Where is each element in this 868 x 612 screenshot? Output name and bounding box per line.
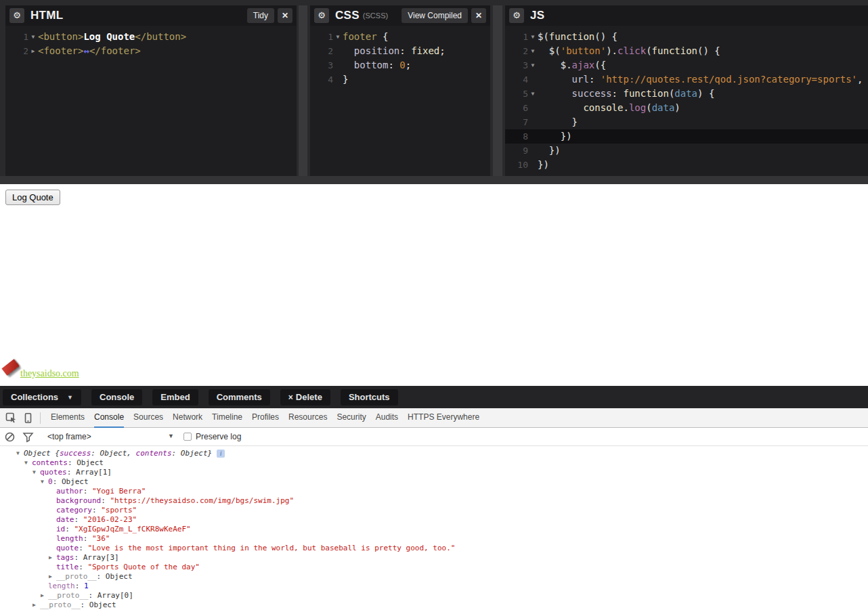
tab-elements[interactable]: Elements [51, 408, 85, 428]
shortcuts-button[interactable]: Shortcuts [341, 389, 398, 406]
tab-timeline[interactable]: Timeline [212, 408, 242, 428]
property-value: Array[1] [76, 468, 112, 477]
preview-footer: theysaidso.com [0, 359, 176, 383]
property-value: "https://theysaidso.com/img/bgs/swim.jpg… [110, 496, 294, 506]
line-number: 3 [505, 58, 528, 72]
line-number: 2 [505, 44, 528, 58]
fold-toggle-icon[interactable]: ▼ [528, 87, 538, 101]
theysaidso-link[interactable]: theysaidso.com [20, 368, 79, 379]
expand-arrow-down-icon[interactable]: ▼ [24, 458, 32, 468]
line-number: 10 [505, 158, 528, 172]
fold-toggle-icon[interactable]: ▼ [528, 30, 538, 44]
editors-section: ⚙ HTML Tidy✕ 1▼<button>Log Quote</button… [0, 0, 868, 176]
code-line[interactable]: 1▼$(function() { [505, 30, 868, 44]
code-text: $.ajax({ [538, 58, 606, 72]
chevron-down-icon[interactable]: ▼ [168, 433, 174, 439]
collapsed-code-icon[interactable]: ↔ [83, 45, 89, 56]
console-button-label: Console [100, 393, 134, 402]
tab-sources[interactable]: Sources [133, 408, 163, 428]
code-line[interactable]: 3 bottom: 0; [310, 58, 490, 72]
code-line[interactable]: 7 } [505, 115, 868, 129]
tidy-button[interactable]: Tidy [247, 8, 274, 23]
tab-console[interactable]: Console [94, 408, 124, 428]
line-number: 8 [505, 129, 528, 144]
view-compiled-button[interactable]: View Compiled [402, 8, 468, 23]
code-line[interactable]: 2 position: fixed; [310, 44, 490, 58]
fold-toggle-icon[interactable]: ▼ [528, 58, 538, 72]
embed-button[interactable]: Embed [152, 389, 198, 406]
preserve-log-checkbox[interactable] [183, 433, 192, 441]
collections-button[interactable]: Collections▼ [3, 389, 81, 406]
delete-button[interactable]: ×Delete [280, 389, 330, 406]
expand-arrow-right-icon[interactable]: ▶ [41, 591, 48, 600]
code-text: }) [538, 144, 561, 158]
frame-selector[interactable]: <top frame> [47, 432, 91, 441]
vertical-resizer-1[interactable] [299, 5, 307, 176]
close-icon[interactable]: ✕ [471, 8, 486, 23]
horizontal-resizer[interactable] [0, 176, 868, 184]
expand-arrow-down-icon[interactable]: ▼ [16, 449, 24, 458]
property-key: date [56, 515, 74, 525]
js-code-editor[interactable]: 1▼$(function() {2▼ $('button').click(fun… [505, 26, 868, 172]
object-property-row[interactable]: ▶tags: Array[3] [0, 553, 868, 563]
code-line[interactable]: 3▼ $.ajax({ [505, 58, 868, 72]
code-line[interactable]: 8 }) [505, 129, 868, 144]
object-property-row: author: "Yogi Berra" [0, 487, 868, 496]
code-text: url: 'http://quotes.rest/qod.json?catego… [538, 72, 863, 87]
fold-toggle-icon[interactable]: ▼ [28, 30, 38, 44]
line-number: 4 [505, 72, 528, 87]
line-number: 2 [310, 44, 333, 58]
expand-arrow-down-icon[interactable]: ▼ [41, 477, 48, 487]
code-line[interactable]: 4} [310, 72, 490, 87]
property-value: Object [62, 477, 89, 487]
expand-arrow-right-icon[interactable]: ▶ [49, 572, 56, 582]
tab-security[interactable]: Security [337, 408, 366, 428]
console-log-entry[interactable]: ▼Object {success: Object, contents: Obje… [0, 449, 868, 458]
code-line[interactable]: 4 url: 'http://quotes.rest/qod.json?cate… [505, 72, 868, 87]
info-icon[interactable]: i [217, 450, 225, 458]
object-property-row[interactable]: ▶__proto__: Array[0] [0, 591, 868, 600]
object-property-row: category: "sports" [0, 506, 868, 515]
filter-icon[interactable] [22, 431, 34, 443]
gear-icon[interactable]: ⚙ [9, 8, 24, 23]
code-line[interactable]: 5▼ success: function(data) { [505, 87, 868, 101]
comments-button[interactable]: Comments [209, 389, 270, 406]
fold-toggle-icon[interactable]: ▼ [333, 30, 343, 44]
code-line[interactable]: 9 }) [505, 144, 868, 158]
tab-network[interactable]: Network [173, 408, 202, 428]
gear-icon[interactable]: ⚙ [509, 8, 524, 23]
tab-audits[interactable]: Audits [376, 408, 398, 428]
code-line[interactable]: 2▼ $('button').click(function() { [505, 44, 868, 58]
object-property-row[interactable]: ▶__proto__: Object [0, 600, 868, 610]
code-line[interactable]: 6 console.log(data) [505, 101, 868, 115]
object-property-row[interactable]: ▼contents: Object [0, 458, 868, 468]
code-text: <footer>↔</footer> [38, 44, 141, 58]
tab-resources[interactable]: Resources [288, 408, 327, 428]
code-line[interactable]: 1▼<button>Log Quote</button> [5, 30, 297, 44]
object-property-row[interactable]: ▼quotes: Array[1] [0, 468, 868, 477]
fold-toggle-icon[interactable]: ▶ [28, 44, 38, 58]
css-code-editor[interactable]: 1▼footer {2 position: fixed;3 bottom: 0;… [310, 26, 490, 87]
code-line[interactable]: 1▼footer { [310, 30, 490, 44]
console-button[interactable]: Console [91, 389, 142, 406]
tab-profiles[interactable]: Profiles [252, 408, 279, 428]
object-property-row[interactable]: ▼0: Object [0, 477, 868, 487]
expand-arrow-right-icon[interactable]: ▶ [32, 600, 40, 610]
gear-icon[interactable]: ⚙ [314, 8, 329, 23]
code-line[interactable]: 2▶<footer>↔</footer> [5, 44, 297, 58]
close-icon[interactable]: ✕ [278, 8, 292, 23]
object-property-row: title: "Sports Quote of the day" [0, 563, 868, 572]
code-text: bottom: 0; [343, 58, 411, 72]
expand-arrow-down-icon[interactable]: ▼ [32, 468, 40, 477]
code-line[interactable]: 10}) [505, 158, 868, 172]
html-code-editor[interactable]: 1▼<button>Log Quote</button>2▶<footer>↔<… [5, 26, 297, 58]
tab-https-everywhere[interactable]: HTTPS Everywhere [408, 408, 479, 428]
inspect-element-icon[interactable] [5, 412, 17, 424]
log-quote-button[interactable]: Log Quote [5, 190, 60, 205]
vertical-resizer-2[interactable] [493, 5, 502, 176]
object-property-row[interactable]: ▶__proto__: Object [0, 572, 868, 582]
clear-console-icon[interactable] [4, 431, 16, 443]
expand-arrow-right-icon[interactable]: ▶ [49, 553, 56, 563]
device-toolbar-icon[interactable] [22, 412, 34, 424]
fold-toggle-icon[interactable]: ▼ [528, 44, 538, 58]
